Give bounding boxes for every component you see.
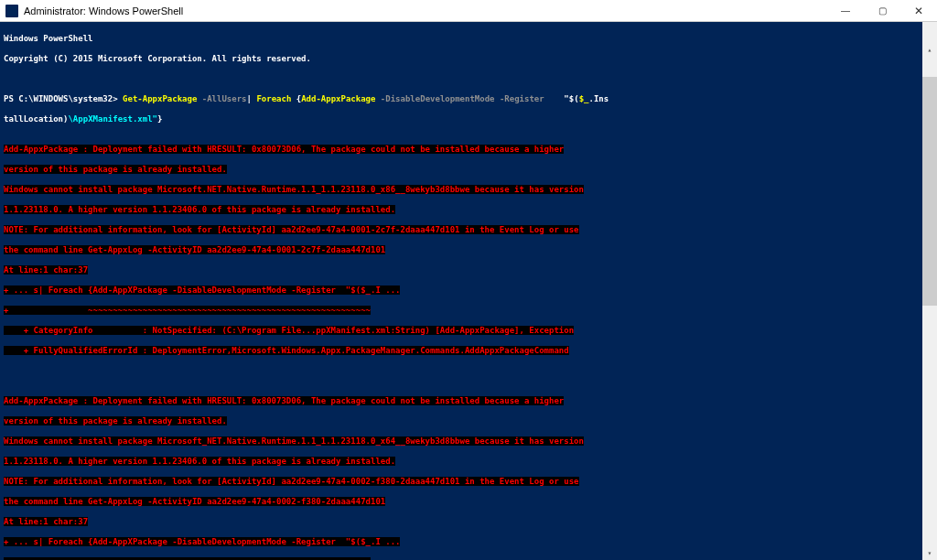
maximize-button[interactable]: ▢ — [864, 0, 900, 21]
error-1-l11: + FullyQualifiedErrorId : DeploymentErro… — [4, 346, 933, 356]
error-2-l8: + ... s| Foreach {Add-AppXPackage -Disab… — [4, 537, 933, 547]
window-controls: — ▢ ✕ — [827, 0, 937, 21]
terminal-viewport[interactable]: Windows PowerShell Copyright (C) 2015 Mi… — [0, 22, 937, 560]
error-1-l6: the command line Get-AppxLog -ActivityID… — [4, 245, 933, 255]
minimize-button[interactable]: — — [827, 0, 864, 21]
error-2-l7: At line:1 char:37 — [4, 517, 933, 527]
scrollbar-up-arrow-icon[interactable]: ▴ — [922, 42, 937, 57]
scrollbar-thumb[interactable] — [922, 77, 937, 306]
error-1-l7: At line:1 char:37 — [4, 265, 933, 275]
error-1-l8: + ... s| Foreach {Add-AppXPackage -Disab… — [4, 285, 933, 296]
error-2-l1: Add-AppxPackage : Deployment failed with… — [4, 396, 933, 406]
scrollbar-down-arrow-icon[interactable]: ▾ — [922, 545, 937, 560]
blank-line — [4, 74, 933, 84]
blank-err-1 — [4, 366, 933, 376]
header-line-1: Windows PowerShell — [4, 34, 933, 44]
error-2-l3: Windows cannot install package Microsoft… — [4, 436, 933, 447]
error-2-l6: the command line Get-AppxLog -ActivityID… — [4, 497, 933, 507]
window-title: Administrator: Windows PowerShell — [24, 5, 827, 16]
error-2-l5: NOTE: For additional information, look f… — [4, 477, 933, 487]
prompt-line-2: tallLocation)\AppXManifest.xml"} — [4, 114, 933, 124]
error-1-l3: Windows cannot install package Microsoft… — [4, 185, 933, 195]
error-2-l4: 1.1.23118.0. A higher version 1.1.23406.… — [4, 457, 933, 467]
close-button[interactable]: ✕ — [900, 0, 937, 21]
error-1-l4: 1.1.23118.0. A higher version 1.1.23406.… — [4, 205, 933, 215]
header-copyright: Copyright (C) 2015 Microsoft Corporation… — [4, 54, 933, 64]
titlebar[interactable]: Administrator: Windows PowerShell — ▢ ✕ — [0, 0, 937, 22]
error-2-l2: version of this package is already insta… — [4, 416, 933, 426]
error-1-l5: NOTE: For additional information, look f… — [4, 225, 933, 235]
error-1-l2: version of this package is already insta… — [4, 165, 933, 175]
powershell-icon — [5, 5, 18, 17]
error-1-l9: + ~~~~~~~~~~~~~~~~~~~~~~~~~~~~~~~~~~~~~~… — [4, 306, 933, 316]
error-1-l1: Add-AppxPackage : Deployment failed with… — [4, 145, 933, 155]
error-1-l10: + CategoryInfo : NotSpecified: (C:\Progr… — [4, 326, 933, 336]
scrollbar-track[interactable]: ▴ ▾ — [922, 22, 937, 560]
prompt-line-1: PS C:\WINDOWS\system32> Get-AppxPackage … — [4, 94, 933, 104]
